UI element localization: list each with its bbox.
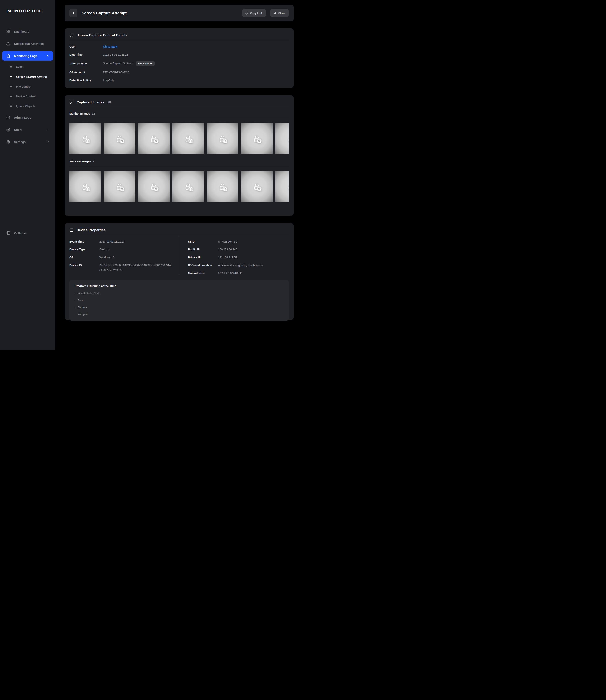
captured-thumbnail[interactable] bbox=[241, 123, 273, 154]
field-value: 2025-08-01 11:11:23 bbox=[103, 53, 128, 56]
dashboard-icon bbox=[6, 29, 10, 33]
field-value: DESKTOP-D80AEAA bbox=[103, 71, 130, 74]
device-properties-right-column: SSID U+NetB964_5G Public IP 106.253.86.1… bbox=[179, 236, 289, 275]
lock-zoom-icon bbox=[217, 134, 228, 144]
panel-collapse-icon bbox=[6, 231, 10, 235]
lock-zoom-icon bbox=[252, 134, 262, 144]
captured-thumbnail[interactable] bbox=[138, 123, 170, 154]
share-forward-icon bbox=[274, 11, 277, 15]
field-row-attempt-type: Attempt Type Screen Capture SoftwareEasy… bbox=[69, 61, 289, 66]
lock-zoom-icon bbox=[114, 182, 125, 192]
captured-thumbnail[interactable] bbox=[69, 123, 101, 154]
sidebar-item-label: Dashboard bbox=[14, 30, 29, 33]
device-properties-left-column: Event Time 2023-01-01 11:11:23 Device Ty… bbox=[69, 236, 179, 275]
field-row-private-ip: Private IP 192.168.219.51 bbox=[188, 256, 289, 259]
captured-thumbnail[interactable] bbox=[172, 171, 204, 202]
share-button[interactable]: Share bbox=[270, 9, 289, 17]
captured-thumbnail[interactable] bbox=[275, 171, 289, 202]
captured-thumbnail[interactable] bbox=[104, 171, 135, 202]
back-button[interactable] bbox=[69, 9, 77, 17]
lock-zoom-icon bbox=[183, 182, 193, 192]
captured-thumbnail[interactable] bbox=[207, 123, 238, 154]
field-label: Private IP bbox=[188, 256, 218, 259]
field-row-mac-address: Mac Address 00:1A:2B:3C:4D:5E bbox=[188, 271, 289, 275]
field-value: Screen Capture SoftwareEasycapture bbox=[103, 61, 155, 66]
sidebar-item-suspicious-activities[interactable]: Suspicious Activities bbox=[2, 39, 53, 48]
lock-zoom-icon bbox=[286, 182, 289, 192]
share-label: Share bbox=[278, 11, 285, 15]
section-label: Monitor Images bbox=[69, 112, 90, 115]
user-icon bbox=[6, 127, 10, 132]
bullet-icon: · bbox=[74, 307, 75, 308]
sidebar-nav: Dashboard Suspicious Activities Monitori… bbox=[0, 25, 55, 148]
collapse-button[interactable]: Collapse bbox=[2, 229, 53, 237]
sidebar-subitem-event[interactable]: Event bbox=[2, 63, 53, 70]
bullet-icon bbox=[10, 66, 12, 68]
captured-thumbnail[interactable] bbox=[138, 171, 170, 202]
sidebar-subitem-label: Ignore Objects bbox=[16, 105, 35, 108]
field-row-event-time: Event Time 2023-01-01 11:11:23 bbox=[69, 240, 171, 243]
field-value: Desktop bbox=[99, 248, 110, 251]
field-row-ssid: SSID U+NetB964_5G bbox=[188, 240, 289, 243]
sidebar-subitem-label: File Control bbox=[16, 85, 31, 88]
settings-icon bbox=[6, 140, 10, 144]
captured-thumbnail[interactable] bbox=[207, 171, 238, 202]
sidebar-subitem-ignore-objects[interactable]: Ignore Objects bbox=[2, 103, 53, 110]
sidebar-item-settings[interactable]: Settings bbox=[2, 137, 53, 146]
captured-thumbnail[interactable] bbox=[104, 123, 135, 154]
chevron-up-icon bbox=[46, 54, 49, 57]
captured-thumbnail[interactable] bbox=[69, 171, 101, 202]
captured-thumbnail[interactable] bbox=[241, 171, 273, 202]
lock-zoom-icon bbox=[252, 182, 262, 192]
sidebar-subitem-screen-capture-control[interactable]: Screen Capture Control bbox=[2, 73, 53, 80]
monitor-images-label: Monitor Images 12 bbox=[69, 112, 289, 115]
captured-images-title: Captured Images bbox=[76, 100, 104, 104]
field-row-datetime: Date Time 2025-08-01 11:11:23 bbox=[69, 53, 289, 56]
copy-link-button[interactable]: Copy Link bbox=[242, 9, 266, 17]
bullet-icon bbox=[10, 76, 12, 77]
copy-link-label: Copy Link bbox=[250, 11, 262, 15]
field-value: 2bc0d7b5bc96e0f514f430cdd567594f29f8cbd3… bbox=[99, 263, 171, 273]
user-link[interactable]: Chisu.park bbox=[103, 45, 117, 48]
link-icon bbox=[246, 11, 248, 15]
sidebar-item-dashboard[interactable]: Dashboard bbox=[2, 27, 53, 36]
bullet-icon: · bbox=[74, 292, 75, 294]
alert-triangle-icon bbox=[6, 42, 10, 46]
lock-zoom-icon bbox=[217, 182, 228, 192]
lock-zoom-icon bbox=[183, 134, 193, 144]
monitor-images-row bbox=[69, 123, 289, 154]
sidebar-subitem-label: Event bbox=[16, 65, 23, 68]
device-properties-title: Device Properties bbox=[76, 228, 106, 232]
field-value: Ansan-si, Gyeonggi-do, South Korea bbox=[218, 263, 263, 267]
field-row-ip-location: IP-Based Location Ansan-si, Gyeonggi-do,… bbox=[188, 263, 289, 267]
field-label: OS Account bbox=[69, 71, 103, 74]
bullet-icon bbox=[10, 105, 12, 107]
field-label: Public IP bbox=[188, 248, 218, 251]
main-content: Screen Capture Attempt Copy Link Share S… bbox=[55, 0, 303, 350]
sidebar-item-admin-logs[interactable]: Admin Logs bbox=[2, 113, 53, 122]
captured-thumbnail[interactable] bbox=[275, 123, 289, 154]
monitor-images-count: 12 bbox=[92, 112, 95, 115]
field-value: 2023-01-01 11:11:23 bbox=[99, 240, 125, 243]
sidebar-item-users[interactable]: Users bbox=[2, 125, 53, 134]
bullet-icon bbox=[10, 86, 12, 87]
app-logo: MONITOR DOG bbox=[0, 0, 55, 14]
field-row-device-id: Device ID 2bc0d7b5bc96e0f514f430cdd56759… bbox=[69, 263, 171, 273]
field-label: Mac Address bbox=[188, 271, 218, 275]
device-properties-grid: Event Time 2023-01-01 11:11:23 Device Ty… bbox=[69, 236, 289, 275]
sidebar-subitem-file-control[interactable]: File Control bbox=[2, 83, 53, 90]
field-value: U+NetB964_5G bbox=[218, 240, 237, 243]
page-title: Screen Capture Attempt bbox=[82, 11, 126, 16]
program-item: ·Visual Studio Code bbox=[74, 292, 284, 295]
divider bbox=[69, 40, 289, 40]
captured-thumbnail[interactable] bbox=[172, 123, 204, 154]
sidebar-subitem-device-control[interactable]: Device Control bbox=[2, 93, 53, 100]
sidebar-item-monitoring-logs[interactable]: Monitoring Logs bbox=[2, 51, 53, 61]
sidebar: MONITOR DOG Dashboard Suspicious Activit… bbox=[0, 0, 55, 350]
field-value: 106.253.86.146 bbox=[218, 248, 237, 251]
chevron-down-icon bbox=[46, 140, 49, 143]
sidebar-item-label: Suspicious Activities bbox=[14, 42, 44, 45]
field-row-os-account: OS Account DESKTOP-D80AEAA bbox=[69, 71, 289, 74]
device-properties-card: Device Properties Event Time 2023-01-01 … bbox=[65, 223, 294, 320]
field-value: Windows 10 bbox=[99, 256, 114, 259]
